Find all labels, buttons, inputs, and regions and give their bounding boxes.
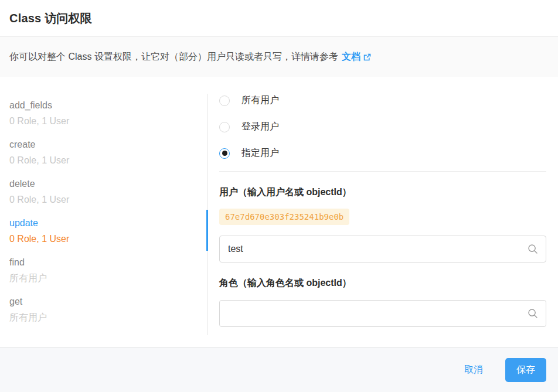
- permission-name: get: [9, 294, 208, 309]
- radio-unselected-icon[interactable]: [219, 96, 230, 106]
- role-field-label: 角色（输入角色名或 objectId）: [219, 277, 546, 289]
- sidebar-item-get[interactable]: get 所有用户: [9, 294, 208, 325]
- section-divider: [219, 171, 546, 172]
- radio-label: 指定用户: [241, 147, 279, 159]
- radio-all-users[interactable]: 所有用户: [219, 87, 546, 114]
- permission-summary: 0 Role, 1 User: [9, 192, 208, 207]
- sidebar-item-delete[interactable]: delete 0 Role, 1 User: [9, 176, 208, 207]
- sidebar-item-create[interactable]: create 0 Role, 1 User: [9, 137, 208, 168]
- class-permission-dialog: Class 访问权限 你可以对整个 Class 设置权限，让它对（部分）用户只读…: [0, 0, 558, 392]
- notice-text: 你可以对整个 Class 设置权限，让它对（部分）用户只读或者只写，详情请参考: [9, 51, 338, 63]
- radio-unselected-icon[interactable]: [219, 122, 230, 132]
- permission-list: add_fields 0 Role, 1 User create 0 Role,…: [0, 77, 208, 325]
- save-button[interactable]: 保存: [505, 358, 546, 382]
- role-search-input[interactable]: [219, 300, 546, 327]
- permission-summary: 所有用户: [9, 309, 208, 325]
- doc-link-label: 文档: [342, 51, 360, 63]
- radio-label: 登录用户: [241, 121, 279, 133]
- permission-summary: 0 Role, 1 User: [9, 113, 208, 129]
- permission-name: update: [9, 215, 208, 231]
- user-search-field: [219, 236, 546, 263]
- permission-summary: 所有用户: [9, 270, 208, 286]
- sidebar-item-find[interactable]: find 所有用户: [9, 254, 208, 286]
- dialog-header: Class 访问权限: [0, 0, 558, 36]
- permission-sidebar: add_fields 0 Role, 1 User create 0 Role,…: [0, 77, 208, 347]
- permission-name: delete: [9, 176, 208, 192]
- user-field-label: 用户（输入用户名或 objectId）: [219, 186, 546, 199]
- notice-bar: 你可以对整个 Class 设置权限，让它对（部分）用户只读或者只写，详情请参考 …: [0, 36, 558, 77]
- user-search-input[interactable]: [219, 236, 546, 263]
- dialog-body: add_fields 0 Role, 1 User create 0 Role,…: [0, 77, 558, 347]
- permission-summary: 0 Role, 1 User: [9, 231, 208, 247]
- external-link-icon: [363, 53, 372, 62]
- radio-selected-icon[interactable]: [219, 148, 230, 159]
- sidebar-item-add-fields[interactable]: add_fields 0 Role, 1 User: [9, 97, 208, 129]
- radio-logged-in-users[interactable]: 登录用户: [219, 114, 546, 140]
- role-search-field: [219, 300, 546, 327]
- permission-name: find: [9, 254, 208, 270]
- doc-link[interactable]: 文档: [342, 51, 372, 63]
- permission-name: create: [9, 137, 208, 152]
- radio-label: 所有用户: [241, 94, 279, 107]
- permission-summary: 0 Role, 1 User: [9, 152, 208, 168]
- permission-name: add_fields: [9, 97, 208, 113]
- page-title: Class 访问权限: [9, 11, 92, 26]
- cancel-button[interactable]: 取消: [464, 364, 483, 376]
- dialog-footer: 取消 保存: [0, 347, 558, 392]
- radio-specified-users[interactable]: 指定用户: [219, 140, 546, 166]
- sidebar-item-update[interactable]: update 0 Role, 1 User: [9, 215, 208, 247]
- permission-detail-panel: 所有用户 登录用户 指定用户 用户（输入用户名或 objectId） 67e7d…: [208, 77, 558, 347]
- user-objectid-tag[interactable]: 67e7d670e303f235241b9e0b: [219, 209, 349, 225]
